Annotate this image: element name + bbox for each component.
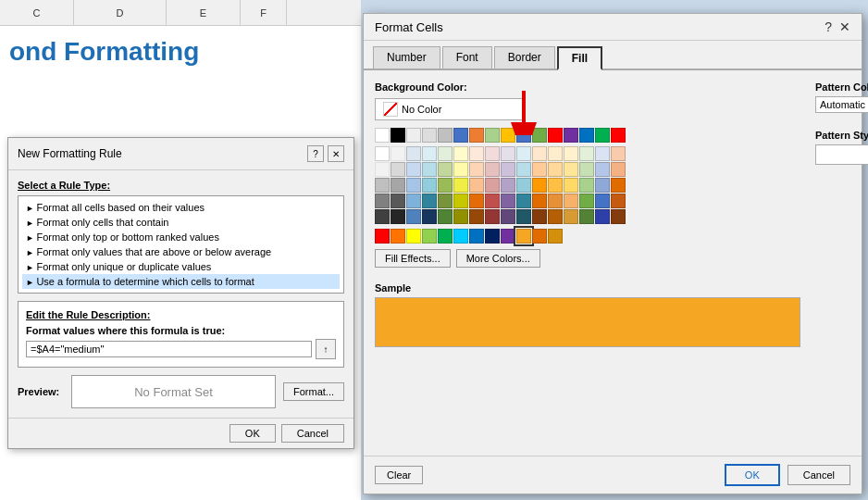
clear-button[interactable]: Clear xyxy=(375,466,423,484)
color-light-gray1[interactable] xyxy=(406,128,421,143)
color-grid xyxy=(375,128,800,244)
format-dialog-title-text: Format Cells xyxy=(375,20,443,34)
sample-label: Sample xyxy=(375,282,800,294)
rule-item-2[interactable]: Format only cells that contain xyxy=(22,215,340,230)
rule-dialog-titlebar: New Formatting Rule ? ✕ xyxy=(8,138,353,170)
format-button[interactable]: Format... xyxy=(283,382,344,401)
color-actions: Fill Effects... More Colors... xyxy=(375,249,800,268)
sample-box xyxy=(375,297,800,347)
rule-item-1[interactable]: Format all cells based on their values xyxy=(22,200,340,215)
format-dialog-title-buttons: ? ✕ xyxy=(825,19,850,34)
rule-ok-button[interactable]: OK xyxy=(229,424,276,443)
pattern-color-value: Automatic xyxy=(820,99,865,110)
format-dialog-titlebar: Format Cells ? ✕ xyxy=(364,14,862,41)
rule-dialog-help-button[interactable]: ? xyxy=(307,145,324,162)
tabs-row: Number Font Border Fill xyxy=(364,41,862,70)
fill-effects-button[interactable]: Fill Effects... xyxy=(375,249,451,268)
color-blue-theme[interactable] xyxy=(453,128,468,143)
tab-number[interactable]: Number xyxy=(373,46,440,69)
formula-expand-button[interactable]: ↑ xyxy=(316,339,336,359)
rule-item-3[interactable]: Format only top or bottom ranked values xyxy=(22,230,340,244)
color-row-t2 xyxy=(375,162,800,177)
background-color-label: Background Color: xyxy=(375,81,800,93)
select-rule-type-label: Select a Rule Type: xyxy=(18,180,344,191)
spreadsheet-title: ond Formatting xyxy=(9,37,199,67)
formula-label: Format values where this formula is true… xyxy=(26,325,336,336)
formula-input[interactable] xyxy=(26,341,312,357)
format-dialog-footer: Clear OK Cancel xyxy=(364,456,862,494)
rule-dialog-footer: OK Cancel xyxy=(8,418,353,448)
preview-label: Preview: xyxy=(18,386,64,397)
col-f: F xyxy=(241,0,287,25)
edit-description-label: Edit the Rule Description: xyxy=(26,309,336,320)
color-row-standard xyxy=(375,128,800,143)
preview-row: Preview: No Format Set Format... xyxy=(18,375,344,408)
rule-dialog-body: Select a Rule Type: Format all cells bas… xyxy=(8,170,353,418)
color-light-gray2[interactable] xyxy=(422,128,437,143)
rule-item-5[interactable]: Format only unique or duplicate values xyxy=(22,259,340,274)
format-cancel-button[interactable]: Cancel xyxy=(787,465,850,485)
color-row-t3 xyxy=(375,178,800,193)
rule-cancel-button[interactable]: Cancel xyxy=(281,424,344,443)
color-row-t5 xyxy=(375,209,800,224)
more-colors-button[interactable]: More Colors... xyxy=(456,249,540,268)
pattern-style-label: Pattern Style: xyxy=(815,130,868,141)
red-arrow-indicator xyxy=(507,89,540,135)
fill-right-panel: Pattern Color: Automatic ▼ Pattern Style… xyxy=(815,81,868,347)
color-purple[interactable] xyxy=(564,128,578,143)
color-red[interactable] xyxy=(548,128,563,143)
preview-box: No Format Set xyxy=(71,375,276,408)
edit-rule-description-section: Edit the Rule Description: Format values… xyxy=(18,301,344,368)
color-row-t4 xyxy=(375,194,800,208)
sample-section: Sample xyxy=(375,282,800,347)
pattern-color-select[interactable]: Automatic ▼ xyxy=(815,96,868,113)
color-white[interactable] xyxy=(375,128,390,143)
rule-item-6[interactable]: Use a formula to determine which cells t… xyxy=(22,274,340,289)
color-row-t1 xyxy=(375,146,800,161)
format-cells-dialog: Format Cells ? ✕ Number Font Border Fill… xyxy=(363,13,862,494)
column-headers: C D E F xyxy=(0,0,361,26)
color-black[interactable] xyxy=(391,128,405,143)
fill-left-panel: Background Color: No Color xyxy=(375,81,800,347)
format-dialog-close-button[interactable]: ✕ xyxy=(839,19,850,34)
rule-dialog-close-button[interactable]: ✕ xyxy=(328,145,344,162)
col-e: E xyxy=(167,0,241,25)
new-formatting-rule-dialog: New Formatting Rule ? ✕ Select a Rule Ty… xyxy=(7,137,354,449)
no-color-text: No Color xyxy=(402,104,441,115)
pattern-style-select[interactable]: ▼ xyxy=(815,144,868,165)
format-ok-button[interactable]: OK xyxy=(725,464,780,486)
color-orange-theme[interactable] xyxy=(469,128,484,143)
pattern-color-label: Pattern Color: xyxy=(815,81,868,93)
tab-font[interactable]: Font xyxy=(442,46,492,69)
rule-item-4[interactable]: Format only values that are above or bel… xyxy=(22,244,340,259)
color-red2[interactable] xyxy=(611,128,626,143)
color-blue2[interactable] xyxy=(579,128,594,143)
color-green-theme[interactable] xyxy=(485,128,500,143)
color-row-accent xyxy=(375,229,800,244)
format-body: Background Color: No Color xyxy=(364,70,862,358)
tab-fill[interactable]: Fill xyxy=(557,46,602,70)
color-silver[interactable] xyxy=(438,128,453,143)
no-color-icon xyxy=(383,102,398,117)
rule-dialog-title-buttons: ? ✕ xyxy=(307,145,344,162)
color-selected-orange[interactable] xyxy=(516,229,531,244)
tab-border[interactable]: Border xyxy=(494,46,555,69)
col-d: D xyxy=(74,0,167,25)
col-c: C xyxy=(0,0,74,25)
rule-dialog-title-text: New Formatting Rule xyxy=(18,147,122,160)
formula-row: ↑ xyxy=(26,339,336,359)
format-dialog-help-button[interactable]: ? xyxy=(825,19,832,34)
rule-type-list: Format all cells based on their values F… xyxy=(18,195,344,294)
color-green3[interactable] xyxy=(595,128,610,143)
no-color-button[interactable]: No Color xyxy=(375,98,523,120)
